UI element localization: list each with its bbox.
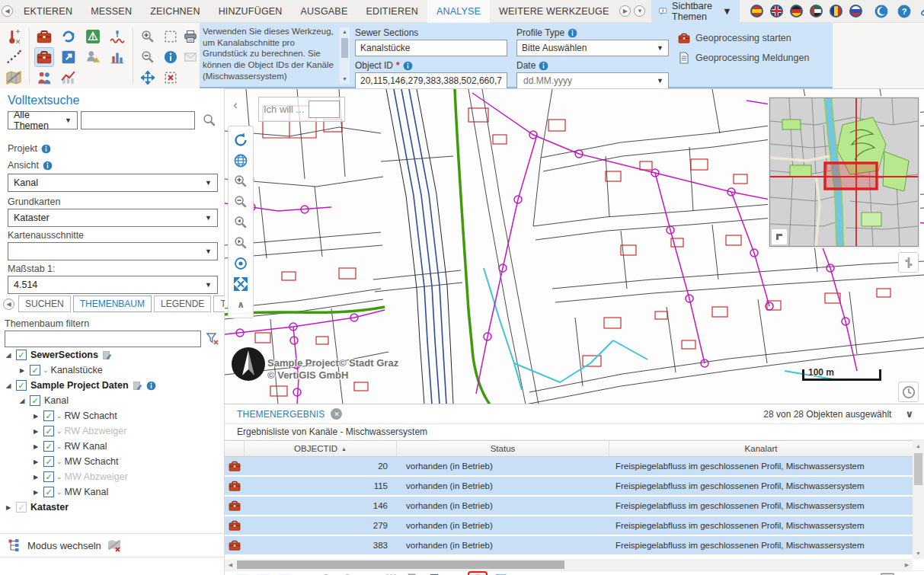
menu-item-editieren[interactable]: EDITIEREN	[356, 0, 427, 23]
tree-item-mw-kanal[interactable]: ▶ ✓ ⌄ MW Kanal	[5, 484, 221, 500]
collapse-panel-icon[interactable]: ∨	[905, 408, 913, 420]
tree-item-mw-schacht[interactable]: ▶ ✓ ⌄ MW Schacht	[5, 454, 221, 469]
flag-english-icon[interactable]	[770, 5, 783, 18]
sewer-sections-input[interactable]	[360, 43, 502, 53]
center-map-button[interactable]	[230, 253, 251, 273]
tab-themenbaum[interactable]: THEMENBAUM	[73, 295, 152, 312]
edit-settings-icon[interactable]	[102, 350, 112, 360]
tree-item-rw-schacht[interactable]: ▶ ✓ ⌄ RW Schacht	[5, 408, 221, 423]
checkbox-checked[interactable]: ✓	[43, 426, 54, 436]
info-icon[interactable]	[403, 61, 413, 71]
menu-scroll-right-icon[interactable]: ▶	[619, 5, 631, 17]
tree-expander-icon[interactable]: ▶	[32, 489, 40, 496]
tab-themenergebnis[interactable]: THEMENERGEBNIS	[237, 409, 325, 420]
time-slider-button[interactable]	[898, 382, 919, 402]
info-icon[interactable]	[146, 381, 156, 391]
zoom-out-button[interactable]	[230, 191, 251, 212]
geoprocessing-toolbox-active-button[interactable]	[35, 48, 53, 66]
info-icon[interactable]	[568, 28, 577, 38]
tree-filter-field[interactable]	[5, 331, 201, 347]
tree-expander-icon[interactable]: ▶	[32, 474, 40, 481]
next-extent-button[interactable]	[230, 232, 251, 253]
share-link-icon[interactable]	[920, 5, 924, 18]
checkbox-checked[interactable]: ✓	[30, 365, 40, 375]
previous-extent-button[interactable]	[230, 212, 251, 232]
menu-item-zeichnen[interactable]: ZEICHNEN	[141, 0, 209, 23]
zoom-in-button[interactable]	[230, 171, 251, 191]
scroll-left-icon[interactable]: ◀	[225, 559, 236, 570]
swipe-tool-button[interactable]	[898, 252, 919, 273]
flag-german-icon[interactable]	[790, 5, 803, 18]
zoom-out-button[interactable]	[139, 48, 157, 66]
select-box-button[interactable]	[161, 27, 180, 46]
date-field[interactable]: ▼	[516, 72, 669, 89]
overview-map[interactable]	[769, 97, 919, 247]
open-window-button[interactable]	[59, 48, 78, 66]
tab-scroll-left-icon[interactable]: ◀	[3, 299, 14, 310]
tab-legende[interactable]: LEGENDE	[154, 295, 211, 312]
landscape-person-button[interactable]	[84, 48, 102, 66]
full-screen-button[interactable]	[230, 273, 251, 294]
ich-will-search[interactable]: Ich will ...	[258, 97, 345, 122]
pan-button[interactable]	[139, 69, 157, 87]
scroll-up-icon[interactable]: ▲	[913, 440, 924, 452]
tree-item-rw-abzweiger[interactable]: ▶ ✓ ⌄ RW Abzweiger	[5, 423, 221, 439]
tree-filter-input[interactable]	[5, 331, 200, 347]
layer-menu-icon[interactable]: ⌄	[56, 442, 62, 450]
map-extent-select[interactable]: ▼	[8, 242, 218, 260]
geoprocessing-result-button-highlighted[interactable]	[468, 571, 488, 575]
terrain-tool-button[interactable]	[84, 27, 102, 46]
layer-menu-icon[interactable]: ⌄	[56, 412, 62, 420]
info-icon[interactable]	[43, 161, 53, 171]
header-status[interactable]: Status	[397, 441, 609, 456]
scrollbar-thumb[interactable]	[237, 561, 564, 569]
object-id-input[interactable]	[360, 75, 502, 86]
fulltext-search-field[interactable]	[81, 111, 195, 129]
menu-item-selektieren[interactable]: EKTIEREN	[14, 0, 82, 23]
edit-settings-icon[interactable]	[133, 381, 142, 391]
collapse-sidebar-icon[interactable]: ‹	[227, 95, 244, 115]
flag-russian-icon[interactable]	[849, 5, 862, 18]
info-icon[interactable]	[539, 61, 548, 71]
search-icon[interactable]	[203, 113, 216, 127]
flag-arabic-icon[interactable]	[810, 5, 823, 18]
scroll-down-icon[interactable]: ▼	[913, 548, 924, 559]
refresh-map-button[interactable]	[230, 129, 251, 150]
checkbox-checked[interactable]: ✓	[30, 395, 40, 406]
tree-item-sewersections[interactable]: ◢ ✓ SewerSections	[5, 347, 221, 363]
tree-item-mw-abzweiger[interactable]: ▶ ✓ ⌄ MW Abzweiger	[5, 469, 221, 484]
table-row[interactable]: 383 vorhanden (in Betrieb) Freispiegelab…	[225, 536, 913, 554]
map-viewport[interactable]: ‹ Ich will ... ∧ Sample Project© Stadt G…	[225, 88, 924, 404]
view-select[interactable]: Kanal ▼	[8, 174, 218, 192]
collapse-toolbar-icon[interactable]: ∧	[230, 294, 251, 315]
menu-item-hinzufuegen[interactable]: HINZUFÜGEN	[209, 0, 292, 23]
checkbox-checked[interactable]: ✓	[43, 410, 54, 421]
tree-expander-icon[interactable]: ▶	[5, 504, 12, 511]
help-icon[interactable]	[897, 5, 911, 18]
geoprocessing-start-link[interactable]: Geoprocessing starten	[678, 32, 809, 44]
checkbox-checked[interactable]: ✓	[16, 380, 27, 391]
mode-switch-label[interactable]: Modus wechseln	[27, 540, 101, 551]
fulltext-search-input[interactable]	[82, 112, 194, 129]
layer-menu-icon[interactable]: ⌄	[56, 427, 62, 435]
profile-line-button[interactable]	[108, 27, 126, 46]
tree-item-kanalstuecke[interactable]: ▶ ✓ ⌄ Kanalstücke	[5, 363, 221, 378]
info-icon[interactable]	[41, 144, 51, 154]
basemap-select[interactable]: Kataster ▼	[8, 209, 218, 227]
table-row[interactable]: 20 vorhanden (in Betrieb) Freispiegelabf…	[225, 457, 913, 475]
object-id-field[interactable]	[355, 72, 507, 89]
email-button[interactable]	[181, 48, 200, 66]
dark-mode-icon[interactable]	[874, 5, 888, 18]
tab-suchen[interactable]: SUCHEN	[18, 295, 71, 312]
menu-item-messen[interactable]: MESSEN	[82, 0, 141, 23]
profile-type-select[interactable]: Bitte Auswählen ▼	[516, 40, 669, 56]
redo-tool-button[interactable]	[59, 27, 78, 46]
point-sequence-tool-button[interactable]	[5, 48, 23, 66]
layer-menu-icon[interactable]: ⌄	[56, 473, 62, 481]
tree-expander-icon[interactable]: ▶	[32, 413, 40, 420]
checkbox-checked[interactable]: ✓	[16, 350, 27, 360]
tree-expander-icon[interactable]: ◢	[5, 351, 12, 359]
ich-will-input[interactable]	[309, 101, 340, 118]
table-row[interactable]: 279 vorhanden (in Betrieb) Freispiegelab…	[225, 516, 913, 535]
identify-info-button[interactable]	[161, 48, 180, 66]
